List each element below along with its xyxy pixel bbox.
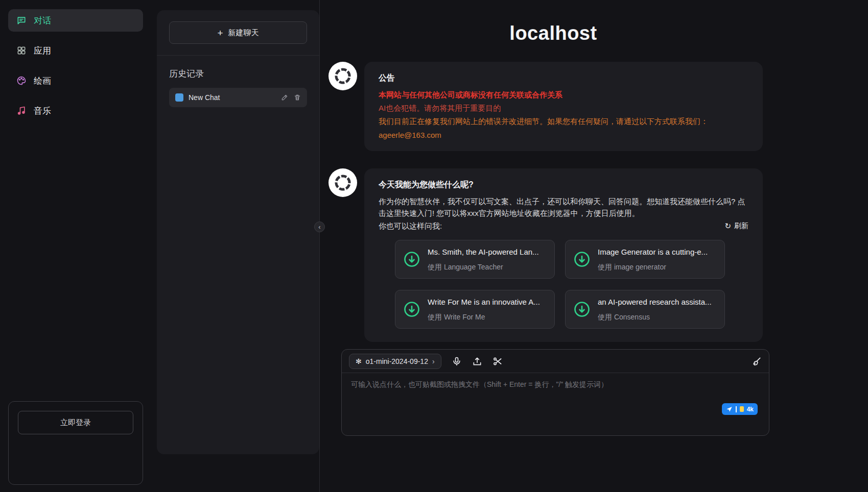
sidebar-item-chat[interactable]: 对话 xyxy=(8,9,143,32)
openai-logo-icon xyxy=(333,173,353,193)
left-sidebar: 对话 应用 绘画 音乐 立即登录 xyxy=(0,0,157,492)
page-title: localhost xyxy=(329,22,778,44)
upload-button[interactable] xyxy=(472,356,482,366)
login-panel: 立即登录 xyxy=(8,401,143,485)
login-button[interactable]: 立即登录 xyxy=(18,411,133,434)
welcome-bubble: 今天我能为您做些什么呢? 作为你的智慧伙伴，我不仅可以写文案、出点子，还可以和你… xyxy=(364,168,763,342)
announcement-bubble: 公告 本网站与任何其他公司或商标没有任何关联或合作关系 AI也会犯错。请勿将其用… xyxy=(364,62,763,151)
chat-list-item[interactable]: New Chat xyxy=(169,88,307,107)
token-doc-icon xyxy=(740,406,744,412)
chat-list-panel: + 新建聊天 历史记录 New Chat xyxy=(157,10,319,454)
composer-body: 4k xyxy=(342,373,769,435)
suggestion-subtitle: 使用 Language Teacher xyxy=(428,262,539,273)
suggestion-grid: Ms. Smith, the AI-powered Lan... 使用 Lang… xyxy=(395,240,748,329)
sidebar-item-label: 对话 xyxy=(34,15,51,27)
welcome-body: 作为你的智慧伙伴，我不仅可以写文案、出点子，还可以和你聊天、回答问题。想知道我还… xyxy=(379,195,748,219)
suggestion-subtitle: 使用 image generator xyxy=(598,262,708,273)
new-chat-label: 新建聊天 xyxy=(228,28,259,38)
refresh-button[interactable]: ↻ 刷新 xyxy=(724,220,748,232)
circled-arrow-down-icon xyxy=(403,300,421,318)
circled-arrow-down-icon xyxy=(403,250,421,268)
refresh-icon: ↻ xyxy=(724,220,731,232)
sidebar-item-music[interactable]: 音乐 xyxy=(8,100,143,122)
send-token-badge[interactable]: 4k xyxy=(722,403,758,415)
assistant-avatar xyxy=(329,168,357,197)
sidebar-item-label: 绘画 xyxy=(34,75,51,87)
suggestion-title: Write For Me is an innovative A... xyxy=(428,296,540,308)
suggestion-title: an AI-powered research assista... xyxy=(598,296,712,308)
chat-item-title: New Chat xyxy=(189,93,276,102)
chevron-left-icon: ‹ xyxy=(318,223,320,231)
announcement-title: 公告 xyxy=(379,72,748,85)
suggestion-title: Image Generator is a cutting-e... xyxy=(598,246,708,258)
sidebar-item-apps[interactable]: 应用 xyxy=(8,39,143,62)
suggestion-subtitle: 使用 Write For Me xyxy=(428,312,540,323)
welcome-title: 今天我能为您做些什么呢? xyxy=(379,179,748,191)
message-welcome: 今天我能为您做些什么呢? 作为你的智慧伙伴，我不仅可以写文案、出点子，还可以和你… xyxy=(329,168,778,342)
palette-icon xyxy=(16,75,27,86)
sidebar-item-label: 音乐 xyxy=(34,105,51,117)
circled-arrow-down-icon xyxy=(573,250,591,268)
scissors-button[interactable] xyxy=(492,356,503,366)
message-input[interactable] xyxy=(351,380,760,417)
composer-toolbar: ✻ o1-mini-2024-09-12 › xyxy=(342,350,769,373)
new-chat-button[interactable]: + 新建聊天 xyxy=(169,21,307,44)
plus-icon: + xyxy=(217,28,223,38)
edit-icon[interactable] xyxy=(281,94,288,101)
suggestion-subtitle: 使用 Consensus xyxy=(598,312,712,323)
main-divider: ‹ xyxy=(319,0,320,492)
chat-main: localhost 公告 本网站与任何其他公司或商标没有任何关联或合作关系 AI… xyxy=(320,0,868,492)
music-note-icon xyxy=(16,105,27,116)
chevron-right-icon: › xyxy=(432,357,435,365)
announcement-line-3: 我们目前正在修复我们网站上的错误并改进细节。如果您有任何疑问，请通过以下方式联系… xyxy=(379,115,748,127)
collapse-handle[interactable]: ‹ xyxy=(314,222,325,232)
ask-hint: 你也可以这样问我: xyxy=(379,220,442,232)
announcement-line-2: AI也会犯错。请勿将其用于重要目的 xyxy=(379,102,748,114)
chat-bubble-icon xyxy=(16,15,27,26)
clear-broom-button[interactable] xyxy=(752,356,762,366)
sidebar-item-drawing[interactable]: 绘画 xyxy=(8,69,143,92)
suggestion-title: Ms. Smith, the AI-powered Lan... xyxy=(428,246,539,258)
suggestion-card[interactable]: Write For Me is an innovative A... 使用 Wr… xyxy=(395,290,555,329)
message-announcement: 公告 本网站与任何其他公司或商标没有任何关联或合作关系 AI也会犯错。请勿将其用… xyxy=(329,62,778,151)
delete-icon[interactable] xyxy=(294,94,301,101)
suggestion-card[interactable]: Image Generator is a cutting-e... 使用 ima… xyxy=(565,240,725,279)
openai-logo-icon xyxy=(333,66,353,86)
sparkle-icon: ✻ xyxy=(356,357,362,365)
apps-grid-icon xyxy=(16,45,27,56)
sidebar-item-label: 应用 xyxy=(34,45,51,57)
announcement-line-1: 本网站与任何其他公司或商标没有任何关联或合作关系 xyxy=(379,89,748,101)
send-icon xyxy=(726,406,733,412)
suggestion-card[interactable]: an AI-powered research assista... 使用 Con… xyxy=(565,290,725,329)
circled-arrow-down-icon xyxy=(573,300,591,318)
chat-list-header: + 新建聊天 xyxy=(157,10,319,55)
contact-email-link[interactable]: ageerle@163.com xyxy=(379,129,748,141)
assistant-avatar xyxy=(329,62,357,90)
history-title: 历史记录 xyxy=(157,56,319,88)
microphone-button[interactable] xyxy=(452,356,462,366)
chat-item-actions xyxy=(281,94,301,101)
token-count: 4k xyxy=(747,406,754,413)
chat-avatar-square xyxy=(175,93,183,102)
model-selector[interactable]: ✻ o1-mini-2024-09-12 › xyxy=(349,354,441,369)
model-name: o1-mini-2024-09-12 xyxy=(366,357,428,365)
suggestion-card[interactable]: Ms. Smith, the AI-powered Lan... 使用 Lang… xyxy=(395,240,555,279)
refresh-label: 刷新 xyxy=(734,220,748,232)
composer: ✻ o1-mini-2024-09-12 › xyxy=(341,349,769,436)
badge-divider xyxy=(736,406,737,412)
